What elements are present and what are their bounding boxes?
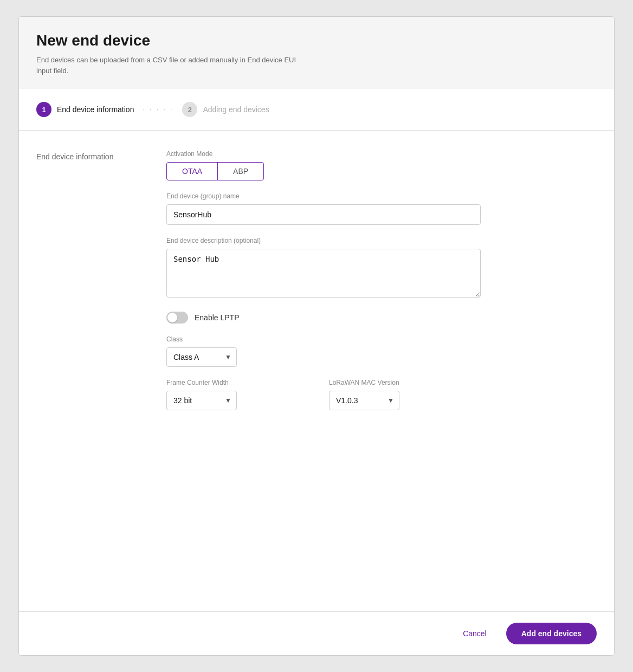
activation-mode-label: Activation Mode [166,150,481,158]
section-label: End device information [36,150,145,592]
device-name-label: End device (group) name [166,192,481,200]
lorawan-mac-group: LoRaWAN MAC Version V1.0.0 V1.0.1 V1.0.2… [329,379,481,410]
stepper: 1 End device information · · · · · 2 Add… [19,89,614,131]
toggle-knob [167,313,177,322]
add-end-devices-button[interactable]: Add end devices [506,623,597,644]
device-description-group: End device description (optional) Sensor… [166,237,481,300]
activation-mode-buttons: OTAA ABP [166,162,264,180]
class-select-wrapper: Class A Class B Class C ▼ [166,347,237,367]
step-1: 1 End device information [36,102,134,117]
step-2-circle: 2 [182,102,197,117]
device-name-input[interactable] [166,204,481,225]
step-dots: · · · · · [143,106,173,113]
step-1-circle: 1 [36,102,51,117]
lorawan-mac-select[interactable]: V1.0.0 V1.0.1 V1.0.2 V1.0.3 V1.1.0 [329,391,399,410]
modal-subtitle: End devices can be uploaded from a CSV f… [36,55,307,76]
activation-mode-group: Activation Mode OTAA ABP [166,150,481,180]
step-2: 2 Adding end devices [182,102,269,117]
form-area: Activation Mode OTAA ABP End device (gro… [166,150,481,592]
two-col-row: Frame Counter Width 16 bit 32 bit ▼ LoRa… [166,379,481,422]
step-1-label: End device information [57,105,134,114]
class-select[interactable]: Class A Class B Class C [166,347,237,367]
modal-footer: Cancel Add end devices [19,611,614,655]
abp-button[interactable]: ABP [218,163,263,180]
enable-lptp-row: Enable LPTP [166,312,481,324]
enable-lptp-toggle[interactable] [166,312,188,324]
class-label: Class [166,335,481,343]
cancel-button[interactable]: Cancel [454,624,495,643]
frame-counter-select-wrapper: 16 bit 32 bit ▼ [166,391,237,410]
enable-lptp-label: Enable LPTP [195,313,240,322]
device-description-input[interactable]: Sensor Hub [166,249,481,298]
frame-counter-group: Frame Counter Width 16 bit 32 bit ▼ [166,379,318,410]
otaa-button[interactable]: OTAA [167,163,218,180]
step-2-label: Adding end devices [203,105,269,114]
modal-title: New end device [36,32,597,49]
frame-counter-label: Frame Counter Width [166,379,318,386]
device-name-group: End device (group) name [166,192,481,225]
new-end-device-modal: New end device End devices can be upload… [18,16,615,656]
device-description-label: End device description (optional) [166,237,481,244]
modal-header: New end device End devices can be upload… [19,17,614,89]
class-group: Class Class A Class B Class C ▼ [166,335,481,367]
lorawan-mac-select-wrapper: V1.0.0 V1.0.1 V1.0.2 V1.0.3 V1.1.0 ▼ [329,391,399,410]
modal-body: End device information Activation Mode O… [19,131,614,611]
lorawan-mac-label: LoRaWAN MAC Version [329,379,481,386]
frame-counter-select[interactable]: 16 bit 32 bit [166,391,237,410]
